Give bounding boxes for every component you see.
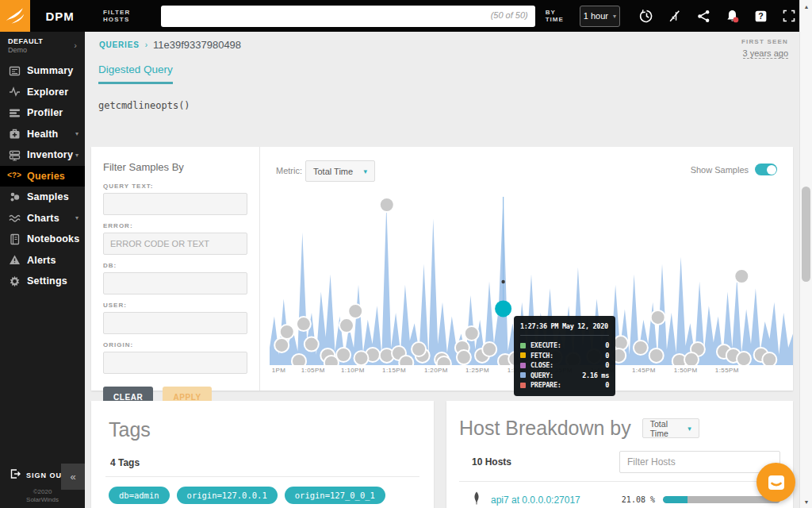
tab-digested-query[interactable]: Digested Query: [98, 64, 173, 84]
page-scrollbar[interactable]: ▲ ▼: [799, 0, 812, 508]
svg-text:?: ?: [758, 11, 763, 21]
filter-samples-panel: Filter Samples By QUERY TEXT: ERROR: DB:…: [91, 147, 259, 391]
db-input[interactable]: [103, 272, 247, 294]
sidebar-collapse-button[interactable]: «: [61, 464, 85, 490]
panel-divider: [259, 147, 260, 391]
host-progress-bar: [663, 496, 780, 503]
history-icon[interactable]: [636, 6, 657, 26]
sidebar-item-summary[interactable]: Summary: [0, 60, 85, 82]
breadcrumb-query-id: 11e39f9337980498: [153, 39, 241, 51]
sidebar-item-charts[interactable]: Charts ▾: [0, 208, 85, 229]
sidebar-item-settings[interactable]: Settings: [0, 271, 85, 292]
sidebar-item-profiler[interactable]: Profiler: [0, 102, 85, 124]
notebooks-icon: [7, 233, 21, 245]
charts-icon: [7, 212, 21, 224]
notifications-icon[interactable]: [722, 6, 742, 26]
host-link[interactable]: api7 at 0.0.0.0:27017: [491, 495, 580, 506]
host-metric-select[interactable]: Total Time ▾: [642, 418, 699, 438]
fullscreen-icon[interactable]: [779, 6, 799, 26]
sidebar-item-label: Summary: [27, 65, 73, 76]
chevron-down-icon: ▾: [613, 13, 616, 20]
sidebar-item-queries[interactable]: <?> Queries: [0, 166, 85, 187]
solarwinds-logo-icon[interactable]: [0, 0, 30, 32]
filter-hosts-input[interactable]: [161, 6, 535, 27]
chevron-down-icon: ▾: [363, 167, 367, 175]
error-input[interactable]: [103, 233, 247, 255]
x-tick-label: 1:55PM: [715, 367, 739, 374]
app-title: DPM: [46, 10, 75, 23]
inventory-icon: [7, 149, 21, 161]
profiler-icon: [7, 107, 21, 119]
queries-icon: <?>: [7, 171, 21, 180]
query-text-label: QUERY TEXT:: [103, 183, 247, 190]
hosts-filter-input[interactable]: [619, 451, 780, 473]
main-content: QUERIES › 11e39f9337980498 FIRST SEEN 3 …: [85, 32, 799, 508]
tooltip-row: QUERY: 2.16 ms: [520, 371, 609, 381]
share-icon[interactable]: [693, 6, 714, 26]
explorer-icon: [7, 86, 21, 98]
sidebar-item-notebooks[interactable]: Notebooks: [0, 229, 85, 250]
time-range-select[interactable]: 1 hour ▾: [580, 6, 620, 27]
settings-icon: [7, 275, 21, 287]
sidebar-item-explorer[interactable]: Explorer: [0, 82, 85, 103]
user-label: USER:: [103, 302, 247, 309]
tooltip-row: CLOSE: 0: [520, 360, 609, 371]
origin-input[interactable]: [103, 352, 247, 374]
environment-name: DEFAULT: [8, 37, 77, 45]
activity-icon[interactable]: [665, 6, 685, 26]
host-breakdown-title: Host Breakdown by: [459, 417, 631, 440]
metric-select[interactable]: Total Time ▾: [305, 160, 375, 182]
sidebar-item-label: Profiler: [27, 107, 63, 118]
user-input[interactable]: [103, 312, 247, 334]
environment-subtitle: Demo: [8, 46, 77, 54]
first-seen-label: FIRST SEEN: [741, 38, 788, 45]
sidebar-item-inventory[interactable]: Inventory ▾: [0, 144, 85, 166]
tooltip-row: FETCH: 0: [520, 351, 609, 361]
scroll-up-icon[interactable]: ▲: [800, 0, 812, 13]
latency-chart[interactable]: 1PM1:05PM1:10PM1:15PM1:20PM1:25PM1:30PM1…: [270, 190, 793, 385]
environment-switcher[interactable]: DEFAULT Demo ›: [0, 32, 85, 60]
tooltip-timestamp: 1:27:36 PM May 12, 2020: [520, 322, 609, 336]
breadcrumb-separator: ›: [145, 40, 147, 49]
divider: [105, 476, 419, 477]
host-metric-value: Total Time: [650, 419, 688, 438]
tag-pill[interactable]: origin=127_0_0_1: [285, 487, 385, 504]
prepare-swatch-icon: [520, 383, 526, 388]
help-icon[interactable]: ?: [750, 6, 771, 26]
breadcrumb-queries-link[interactable]: QUERIES: [99, 40, 140, 49]
sidebar-item-label: Notebooks: [27, 233, 79, 244]
summary-icon: [7, 65, 21, 77]
tags-title: Tags: [109, 418, 419, 441]
scrollbar-thumb[interactable]: [802, 187, 810, 282]
health-icon: [7, 128, 21, 140]
sidebar-item-health[interactable]: Health ▾: [0, 124, 85, 145]
host-breakdown-card: Host Breakdown by Total Time ▾ 10 Hosts …: [446, 401, 793, 508]
execute-swatch-icon: [520, 343, 526, 348]
x-tick-label: 1:10PM: [341, 367, 365, 374]
x-tick-label: 1:15PM: [382, 367, 406, 374]
query-text-input[interactable]: [103, 193, 247, 215]
metric-label: Metric:: [276, 166, 302, 175]
first-seen-value[interactable]: 3 years ago: [743, 48, 788, 59]
app-root: DPM FILTER HOSTS (50 of 50) BY TIME 1 ho…: [0, 0, 812, 508]
sidebar-item-alerts[interactable]: Alerts: [0, 250, 85, 271]
chevron-down-icon: ▾: [688, 425, 691, 433]
origin-label: ORIGIN:: [103, 341, 247, 348]
query-swatch-icon: [520, 372, 526, 378]
show-samples-label: Show Samples: [691, 165, 749, 175]
chevron-right-icon: ›: [74, 40, 77, 50]
db-label: DB:: [103, 262, 247, 269]
chat-icon: [767, 473, 786, 492]
sidebar-item-label: Queries: [27, 171, 65, 182]
x-tick-label: 1:45PM: [632, 367, 656, 374]
sample-tooltip: 1:27:36 PM May 12, 2020 EXECUTE: 0 FETCH…: [514, 316, 615, 396]
scroll-down-icon[interactable]: ▼: [800, 495, 812, 508]
tag-pill[interactable]: db=admin: [109, 487, 170, 504]
chevron-down-icon: ▾: [75, 130, 79, 137]
show-samples-toggle[interactable]: [755, 164, 777, 175]
sidebar-item-samples[interactable]: Samples: [0, 187, 85, 208]
chat-launcher-button[interactable]: [756, 463, 795, 502]
tag-pill[interactable]: origin=127.0.0.1: [177, 487, 278, 504]
tooltip-row: EXECUTE: 0: [520, 341, 609, 351]
mongodb-leaf-icon: [472, 491, 481, 508]
